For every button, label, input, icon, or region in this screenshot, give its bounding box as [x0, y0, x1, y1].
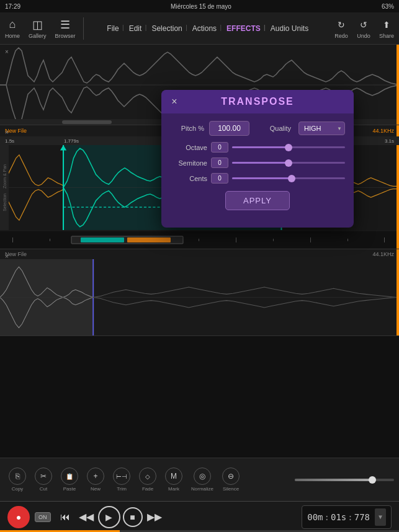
normalize-label: Normalize [191, 486, 213, 492]
track2-close-button[interactable]: × [2, 128, 11, 136]
modal-close-button[interactable]: × [168, 95, 181, 109]
new-icon: + [87, 468, 104, 485]
transport-controls: ⏮ ◀◀ ▶ ■ ▶▶ [56, 506, 164, 528]
track3-waveform [0, 259, 397, 335]
svg-rect-23 [273, 239, 274, 241]
new-button[interactable]: + New [83, 465, 108, 494]
silence-icon: ⊖ [222, 468, 240, 485]
apply-button[interactable]: APPLY [225, 191, 290, 210]
toolbar: ⌂ Home ◫ Gallery ☰ Browser File Edit Sel… [0, 12, 399, 45]
track1-close-button[interactable]: × [2, 47, 11, 56]
quality-select[interactable]: LOW MEDIUM HIGH [298, 122, 345, 135]
mark-button[interactable]: M Mark [161, 465, 186, 494]
rewind-icon: ◀◀ [79, 511, 94, 523]
menu-file[interactable]: File [102, 22, 123, 35]
mark-icon: M [165, 468, 182, 485]
on-button[interactable]: ON [35, 512, 51, 522]
undo-label: Undo [357, 33, 370, 39]
play-button[interactable]: ▶ [98, 506, 120, 528]
home-label: Home [5, 33, 20, 39]
new-label: New [91, 486, 101, 492]
modal-body: Pitch % Quality LOW MEDIUM HIGH Octave 0… [161, 113, 354, 218]
share-label: Share [379, 33, 394, 39]
fade-button[interactable]: ◇ Fade [135, 465, 160, 494]
volume-bar[interactable] [295, 479, 394, 481]
skip-to-start-icon: ⏮ [60, 512, 70, 523]
normalize-button[interactable]: ◎ Normalize [187, 465, 217, 494]
cut-label: Cut [40, 486, 47, 492]
undo-button[interactable]: ↺ Undo [357, 18, 370, 39]
menu-audio-units[interactable]: Audio Units [266, 22, 313, 35]
fast-forward-button[interactable]: ▶▶ [145, 508, 164, 526]
side-labels: Zoom & Pan Selection [0, 145, 9, 230]
silence-label: Silence [223, 486, 239, 492]
skip-to-start-button[interactable]: ⏮ [56, 508, 74, 526]
paste-icon: 📋 [61, 468, 78, 485]
status-date: Miércoles 15 de mayo [171, 3, 231, 10]
svg-rect-16 [12, 237, 13, 242]
status-time: 17:29 [5, 3, 20, 10]
redo-label: Redo [334, 33, 348, 39]
trim-label: Trim [117, 486, 127, 492]
svg-rect-28 [81, 237, 124, 242]
octave-value: 0 [211, 142, 228, 153]
volume-fill [295, 479, 372, 481]
cut-button[interactable]: ✂ Cut [31, 465, 56, 494]
pitch-input[interactable] [209, 121, 249, 136]
time-frames: 778 [354, 512, 370, 522]
trim-button[interactable]: ⊢⊣ Trim [109, 465, 134, 494]
rewind-button[interactable]: ◀◀ [77, 508, 96, 526]
copy-button[interactable]: ⎘ Copy [5, 465, 30, 494]
paste-button[interactable]: 📋 Paste [57, 465, 82, 494]
semitone-slider[interactable] [232, 162, 345, 164]
svg-rect-3 [62, 120, 112, 124]
octave-slider[interactable] [232, 146, 345, 148]
time-marker-sel-start: 1.779s [64, 138, 79, 144]
volume-control [295, 479, 394, 481]
modal-title: TRANSPOSE [221, 96, 294, 107]
gallery-label: Gallery [29, 33, 47, 39]
gallery-button[interactable]: ◫ Gallery [29, 18, 47, 39]
time-display: 00m : 01s : 778 ▼ [302, 505, 392, 529]
time-seconds: 01s [331, 512, 346, 522]
svg-rect-17 [50, 239, 50, 241]
menu-edit[interactable]: Edit [124, 22, 147, 35]
track3-frequency: 44.1KHz [372, 251, 394, 257]
time-format-dropdown[interactable]: ▼ [375, 508, 386, 526]
play-icon: ▶ [105, 512, 112, 522]
quality-label: Quality [270, 125, 291, 132]
cents-slider[interactable] [232, 177, 345, 179]
menu-selection[interactable]: Selection [146, 22, 187, 35]
semitone-row: Semitone 0 [170, 157, 345, 168]
svg-rect-26 [384, 237, 385, 242]
silence-button[interactable]: ⊖ Silence [218, 465, 243, 494]
share-button[interactable]: ⬆ Share [379, 18, 394, 39]
stop-button[interactable]: ■ [123, 507, 143, 527]
pitch-label: Pitch % [170, 125, 204, 132]
copy-icon: ⎘ [9, 468, 26, 485]
redo-button[interactable]: ↻ Redo [334, 18, 348, 39]
stop-icon: ■ [130, 512, 135, 522]
home-button[interactable]: ⌂ Home [5, 18, 20, 39]
cut-icon: ✂ [35, 468, 52, 485]
time-marker-end: 3.1s [385, 138, 394, 144]
svg-rect-24 [310, 237, 311, 242]
redo-icon: ↻ [334, 18, 348, 32]
cents-label: Cents [170, 175, 207, 182]
volume-knob[interactable] [369, 476, 376, 484]
gallery-icon: ◫ [30, 18, 44, 32]
normalize-icon: ◎ [194, 468, 211, 485]
semitone-label: Semitone [170, 159, 207, 167]
menu-effects[interactable]: EFFECTS [222, 22, 266, 35]
track3: × New File 44.1KHz [0, 249, 399, 336]
record-button[interactable]: ● [7, 506, 30, 528]
zoom-pan-label: Zoom & Pan [2, 164, 7, 188]
track3-close-button[interactable]: × [2, 252, 11, 260]
record-icon: ● [16, 512, 21, 522]
trim-icon: ⊢⊣ [113, 468, 130, 485]
toolbar-icons: ⌂ Home ◫ Gallery ☰ Browser [0, 18, 81, 39]
browser-button[interactable]: ☰ Browser [55, 18, 76, 39]
fade-icon: ◇ [139, 468, 156, 485]
menu-actions[interactable]: Actions [187, 22, 222, 35]
copy-label: Copy [12, 486, 24, 492]
